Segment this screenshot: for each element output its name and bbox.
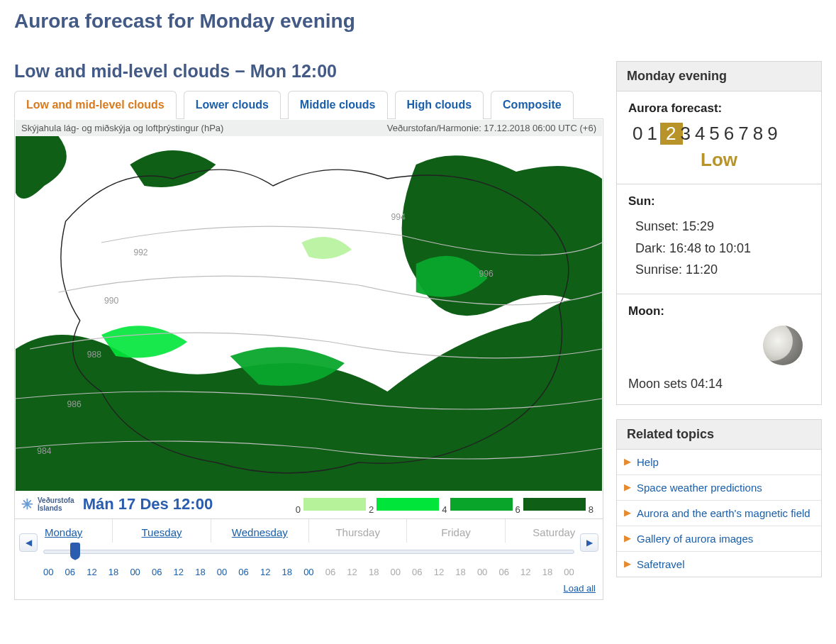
related-link[interactable]: Help bbox=[637, 456, 659, 468]
related-link[interactable]: Gallery of aurora images bbox=[637, 533, 753, 545]
sun-label: Sun: bbox=[628, 194, 810, 209]
cloud-cover-map[interactable]: 984 986 988 990 992 994 996 bbox=[16, 136, 602, 491]
timeline-hour[interactable]: 18 bbox=[108, 567, 118, 577]
timeline-hour[interactable]: 12 bbox=[174, 567, 184, 577]
timeline-hour[interactable]: 06 bbox=[325, 567, 335, 577]
sidebar: Monday evening Aurora forecast: 01234567… bbox=[616, 61, 822, 592]
tab-composite[interactable]: Composite bbox=[491, 91, 574, 119]
vedurstofa-logo: ✳ VeðurstofaÍslands bbox=[21, 496, 74, 512]
svg-text:996: 996 bbox=[479, 269, 494, 279]
tab-low-mid-clouds[interactable]: Low and mid-level clouds bbox=[14, 91, 177, 119]
timeline-hours: 0006121800061218000612180006121800061218… bbox=[43, 567, 574, 577]
svg-text:986: 986 bbox=[67, 399, 82, 409]
cloud-tabs: Low and mid-level clouds Lower clouds Mi… bbox=[14, 90, 603, 119]
map-panel: Skýjahula lág- og miðskýja og loftþrýsti… bbox=[14, 119, 603, 519]
related-link[interactable]: Space weather predictions bbox=[637, 482, 762, 494]
related-item[interactable]: ▶Space weather predictions bbox=[617, 475, 821, 501]
timeline-slider[interactable] bbox=[43, 545, 574, 562]
page-title: Aurora forecast for Monday evening bbox=[14, 10, 836, 33]
timeline-hour[interactable]: 18 bbox=[282, 567, 292, 577]
related-topics-list: ▶Help▶Space weather predictions▶Aurora a… bbox=[617, 450, 821, 577]
triangle-icon: ▶ bbox=[624, 482, 631, 494]
svg-text:988: 988 bbox=[87, 350, 101, 360]
related-item[interactable]: ▶Help bbox=[617, 450, 821, 475]
timeline-hour[interactable]: 12 bbox=[260, 567, 270, 577]
triangle-icon: ▶ bbox=[624, 558, 631, 570]
timeline-hour[interactable]: 00 bbox=[391, 567, 401, 577]
timeline-hour[interactable]: 18 bbox=[455, 567, 465, 577]
timeline-hour[interactable]: 18 bbox=[369, 567, 379, 577]
related-link[interactable]: Safetravel bbox=[637, 558, 685, 570]
timeline-hour[interactable]: 00 bbox=[130, 567, 140, 577]
svg-text:984: 984 bbox=[37, 446, 51, 456]
timeline-hour[interactable]: 06 bbox=[498, 567, 508, 577]
section-title: Low and mid-level clouds − Mon 12:00 bbox=[14, 61, 603, 82]
cloud-legend: 0 2 4 6 8 bbox=[293, 498, 596, 511]
moon-phase-icon bbox=[763, 326, 803, 365]
timeline-hour[interactable]: 06 bbox=[412, 567, 422, 577]
timeline-day-thursday: Thursday bbox=[309, 519, 407, 543]
timeline-hour[interactable]: 00 bbox=[217, 567, 227, 577]
svg-text:992: 992 bbox=[133, 248, 147, 257]
timeline-hour[interactable]: 12 bbox=[520, 567, 530, 577]
legend-tick-0: 0 bbox=[293, 504, 303, 515]
moon-sets-line: Moon sets 04:14 bbox=[628, 377, 810, 392]
related-item[interactable]: ▶Gallery of aurora images bbox=[617, 526, 821, 552]
sunset-line: Sunset: 15:29 bbox=[635, 216, 810, 238]
timeline-hour[interactable]: 12 bbox=[347, 567, 357, 577]
timeline-day-friday: Friday bbox=[407, 519, 505, 543]
moon-label: Moon: bbox=[628, 304, 810, 318]
legend-swatch-3 bbox=[450, 498, 513, 511]
tab-lower-clouds[interactable]: Lower clouds bbox=[184, 91, 281, 119]
timeline-thumb[interactable] bbox=[70, 543, 80, 560]
triangle-icon: ▶ bbox=[624, 533, 631, 545]
svg-text:990: 990 bbox=[104, 296, 118, 306]
related-item[interactable]: ▶Safetravel bbox=[617, 552, 821, 577]
timeline-hour[interactable]: 00 bbox=[303, 567, 313, 577]
timeline-prev-button[interactable]: ◀ bbox=[19, 533, 38, 552]
legend-swatch-4 bbox=[523, 498, 586, 511]
timeline-hour[interactable]: 06 bbox=[65, 567, 75, 577]
map-footer: ✳ VeðurstofaÍslands Mán 17 Des 12:00 0 2… bbox=[16, 491, 602, 518]
load-all-link[interactable]: Load all bbox=[563, 583, 596, 594]
timeline-next-button[interactable]: ▶ bbox=[580, 533, 598, 552]
timeline: Monday Tuesday Wednesday Thursday Friday… bbox=[14, 519, 603, 600]
triangle-icon: ▶ bbox=[624, 507, 631, 519]
map-header-right: Veðurstofan/Harmonie: 17.12.2018 06:00 U… bbox=[387, 123, 596, 133]
map-header: Skýjahula lág- og miðskýja og loftþrýsti… bbox=[16, 120, 602, 136]
timeline-day-wednesday[interactable]: Wednesday bbox=[211, 519, 309, 543]
timeline-days: Monday Tuesday Wednesday Thursday Friday… bbox=[15, 519, 603, 543]
timeline-hour[interactable]: 18 bbox=[195, 567, 205, 577]
timeline-hour[interactable]: 00 bbox=[477, 567, 487, 577]
timeline-hour[interactable]: 12 bbox=[434, 567, 444, 577]
map-time-caption: Mán 17 Des 12:00 bbox=[83, 495, 213, 513]
related-topics-box: Related topics ▶Help▶Space weather predi… bbox=[616, 419, 822, 577]
related-item[interactable]: ▶Aurora and the earth's magnetic field bbox=[617, 501, 821, 526]
legend-swatch-2 bbox=[377, 498, 439, 511]
map-header-left: Skýjahula lág- og miðskýja og loftþrýsti… bbox=[21, 123, 223, 133]
forecast-box-title: Monday evening bbox=[617, 62, 821, 91]
timeline-hour[interactable]: 18 bbox=[542, 567, 552, 577]
triangle-icon: ▶ bbox=[624, 456, 631, 468]
related-topics-title: Related topics bbox=[617, 420, 821, 450]
related-link[interactable]: Aurora and the earth's magnetic field bbox=[637, 507, 810, 519]
legend-tick-4: 4 bbox=[439, 504, 450, 515]
dark-line: Dark: 16:48 to 10:01 bbox=[635, 238, 810, 260]
timeline-day-tuesday[interactable]: Tuesday bbox=[113, 519, 211, 543]
forecast-box: Monday evening Aurora forecast: 01234567… bbox=[616, 61, 822, 405]
legend-tick-8: 8 bbox=[586, 504, 596, 515]
aurora-scale: 0123456789 bbox=[628, 123, 810, 145]
legend-tick-6: 6 bbox=[513, 504, 523, 515]
legend-tick-2: 2 bbox=[366, 504, 377, 515]
sunrise-line: Sunrise: 11:20 bbox=[635, 259, 810, 281]
timeline-hour[interactable]: 00 bbox=[43, 567, 53, 577]
timeline-hour[interactable]: 00 bbox=[564, 567, 574, 577]
timeline-hour[interactable]: 06 bbox=[152, 567, 162, 577]
main-column: Low and mid-level clouds − Mon 12:00 Low… bbox=[14, 61, 603, 600]
tab-middle-clouds[interactable]: Middle clouds bbox=[288, 91, 388, 119]
timeline-hour[interactable]: 06 bbox=[238, 567, 248, 577]
legend-swatch-1 bbox=[303, 498, 366, 511]
tab-high-clouds[interactable]: High clouds bbox=[395, 91, 484, 119]
timeline-hour[interactable]: 12 bbox=[87, 567, 96, 577]
aurora-forecast-label: Aurora forecast: bbox=[628, 101, 810, 116]
